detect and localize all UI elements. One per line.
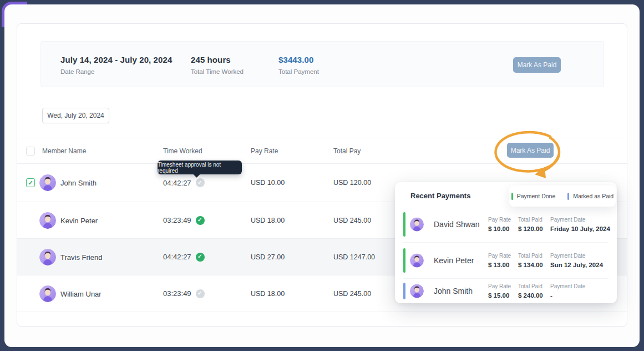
row-checkbox[interactable] [26,178,35,187]
mark-as-paid-summary-button[interactable]: Mark As Paid [513,57,561,73]
payment-date-value: Friday 10 July, 2024 [550,225,610,232]
payee-name: John Smith [434,287,473,295]
payment-date-col: Payment Date - [550,283,585,299]
payment-date-label: Payment Date [550,283,585,289]
page-background: July 14, 2024 - July 20, 2024 Date Range… [4,4,640,347]
pay-rate-col: Pay Rate $ 15.00 [488,283,511,299]
total-paid-label: Total Paid [518,217,543,223]
payments-legend: Payment Done Marked as Paid [509,185,616,207]
member-name: John Smith [60,179,97,187]
status-bar-payment-done [403,248,405,273]
marked-as-paid-marker-icon [567,193,569,200]
pay-rate-value: $ 10.00 [488,225,511,232]
avatar [410,284,424,298]
payment-list-item[interactable]: David Shwan Pay Rate $ 10.00 Total Paid … [395,208,617,241]
divider [403,278,608,279]
time-worked-cell: 03:23:49 [163,216,205,225]
approval-tooltip: Timesheet approval is not required [158,161,242,174]
time-worked: 03:23:49 [163,289,191,298]
total-payment-stat: $3443.00 Total Payment [278,55,319,75]
time-worked-cell: 04:42:27 [163,253,205,262]
pay-rate: USD 10.00 [251,179,285,187]
member-name: Kevin Peter [60,216,98,224]
column-pay-rate: Pay Rate [251,147,278,155]
avatar [39,285,56,302]
total-time-stat: 245 hours Total Time Worked [191,55,244,75]
mark-as-paid-table-button[interactable]: Mark As Paid [507,143,554,158]
avatar [410,254,424,268]
legend-payment-done: Payment Done [511,193,555,200]
pay-rate: USD 18.00 [251,290,285,298]
status-bar-payment-done [403,212,405,237]
total-paid-value: $ 134.00 [518,262,543,268]
divider [403,242,608,243]
pay-rate-label: Pay Rate [488,253,511,259]
avatar [39,212,56,229]
status-bar-marked-as-paid [403,283,405,299]
payment-date-col: Payment Date Friday 10 July, 2024 [550,217,610,232]
column-time-worked: Time Worked [163,147,202,155]
time-worked: 03:23:49 [163,216,191,224]
approved-icon[interactable] [196,253,205,262]
total-paid-col: Total Paid $ 120.00 [518,217,543,232]
payment-date-col: Payment Date Sun 12 July, 2024 [550,253,603,268]
total-time-label: Total Time Worked [191,68,244,75]
column-total-pay: Total Pay [333,147,361,155]
total-pay: USD 245.00 [333,290,371,298]
total-paid-label: Total Paid [518,283,543,289]
avatar [39,249,56,265]
avatar [39,174,56,191]
pay-rate-value: $ 13.00 [488,262,511,268]
payment-date-value: - [550,292,585,299]
pay-rate: USD 18.00 [251,217,285,224]
payment-date-value: Sun 12 July, 2024 [550,262,603,268]
pay-rate-col: Pay Rate $ 10.00 [488,217,511,232]
summary-panel: July 14, 2024 - July 20, 2024 Date Range… [40,41,604,87]
payment-list-item[interactable]: Kevin Peter Pay Rate $ 13.00 Total Paid … [395,244,617,277]
approval-not-required-icon[interactable] [196,178,205,187]
total-payment-value: $3443.00 [278,55,319,64]
pay-rate-col: Pay Rate $ 13.00 [488,253,511,268]
legend-label: Marked as Paid [573,193,613,199]
pay-rate-label: Pay Rate [488,217,511,223]
popup-title: Recent Payments [410,192,470,200]
total-pay: USD 120.00 [333,179,371,187]
approved-icon[interactable] [196,216,205,225]
select-all-checkbox[interactable] [26,147,35,156]
time-worked-cell: 04:42:27 [163,178,205,187]
total-paid-value: $ 240.00 [518,292,543,299]
pay-rate-value: $ 15.00 [488,292,511,299]
payee-name: David Shwan [434,220,480,229]
window-frame: July 14, 2024 - July 20, 2024 Date Range… [0,0,644,351]
total-paid-col: Total Paid $ 134.00 [518,253,543,268]
payment-list-item[interactable]: John Smith Pay Rate $ 15.00 Total Paid $… [395,280,617,302]
member-name: Travis Friend [60,253,102,261]
total-paid-col: Total Paid $ 240.00 [518,283,543,299]
member-name: William Unar [60,289,102,298]
avatar [410,218,424,232]
total-pay: USD 1247.00 [333,253,375,261]
time-worked-cell: 03:23:49 [163,289,205,298]
total-paid-value: $ 120.00 [518,225,543,232]
time-worked: 04:42:27 [163,179,191,187]
approval-not-required-icon[interactable] [196,289,205,298]
total-pay: USD 245.00 [333,217,371,224]
payment-date-label: Payment Date [550,217,610,223]
recent-payments-popup: Recent Payments Payment Done Marked as P… [395,182,617,303]
payment-date-label: Payment Date [550,253,603,259]
pay-rate-label: Pay Rate [488,283,511,289]
payment-done-marker-icon [511,193,513,200]
time-worked: 04:42:27 [163,253,191,261]
payee-name: Kevin Peter [434,256,474,265]
legend-label: Payment Done [517,193,555,199]
date-range-label: Date Range [60,68,172,75]
column-member-name: Member Name [42,147,86,155]
total-payment-label: Total Payment [278,68,319,75]
date-range-value: July 14, 2024 - July 20, 2024 [60,55,172,64]
date-range-stat: July 14, 2024 - July 20, 2024 Date Range [60,55,172,75]
date-filter-chip[interactable]: Wed, July 20, 2024 [42,108,109,123]
legend-marked-as-paid: Marked as Paid [567,193,613,200]
pay-rate: USD 27.00 [251,253,285,261]
total-time-value: 245 hours [191,55,244,64]
total-paid-label: Total Paid [518,253,543,259]
